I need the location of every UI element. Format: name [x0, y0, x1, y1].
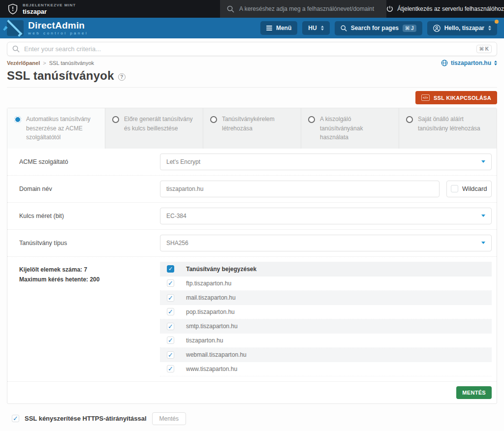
radio-selected-icon: [14, 116, 21, 123]
globe-icon: [441, 60, 448, 66]
switch-user-label: Átjelentkezés az serverlu felhasználóhoz: [397, 5, 504, 12]
session-text: BEJELENTKEZVE MINT tiszapar: [23, 3, 76, 15]
table-row[interactable]: ✓ mail.tiszaparton.hu: [160, 291, 492, 305]
chevron-icon: [5, 20, 22, 37]
entry-checkbox[interactable]: ✓: [167, 337, 174, 344]
disable-ssl-button[interactable]: </> SSL KIKAPCSOLÁSA: [415, 91, 497, 104]
switch-user-button[interactable]: Átjelentkezés az serverlu felhasználóhoz: [386, 0, 504, 18]
search-icon: [227, 5, 234, 13]
check-icon: ✓: [168, 352, 173, 358]
hamburger-icon: [266, 26, 272, 31]
title-row: SSL tanúsítványok ?: [7, 69, 497, 83]
global-search-shortcut: ⌘ K: [476, 45, 492, 53]
check-icon: ✓: [168, 295, 173, 301]
entry-checkbox[interactable]: ✓: [167, 294, 174, 302]
global-search-bar: ⌘ K: [7, 42, 497, 56]
acme-provider-select[interactable]: Let's Encrypt: [160, 154, 492, 170]
global-search-input[interactable]: [24, 45, 472, 53]
domain-selector[interactable]: tiszaparton.hu: [441, 60, 497, 66]
breadcrumb-row: Vezérlőpanel > SSL tanúsítványok tiszapa…: [7, 60, 497, 66]
entries-header-label: Tanúsítvány bejegyzések: [186, 266, 256, 273]
header-actions: Menü HU Search for pages ⌘ J Hello, tisz…: [260, 21, 497, 35]
max-requests: Maximum kérés hetente: 200: [19, 275, 160, 284]
breadcrumb-current: SSL tanúsítványok: [49, 60, 94, 66]
cert-type-row: Tanúsítvány típus SHA256: [7, 230, 497, 257]
selection-stats: Kijelölt elemek száma: 7 Maximum kérés h…: [12, 262, 160, 285]
acme-provider-row: ACME szolgáltató Let's Encrypt: [7, 149, 497, 176]
code-window-icon: </>: [421, 94, 430, 101]
language-selector[interactable]: HU: [302, 21, 329, 35]
user-search-box[interactable]: A kereséshez adja meg a felhasználónevet…: [220, 0, 386, 18]
domain-row: Domain név Wildcard: [7, 176, 497, 203]
breadcrumb-home-link[interactable]: Vezérlőpanel: [7, 60, 40, 66]
tab-paste-cert[interactable]: Előre generált tanúsítvány és kulcs beil…: [105, 108, 203, 149]
wildcard-checkbox[interactable]: [451, 185, 458, 192]
page-title: SSL tanúsítványok: [7, 69, 114, 83]
user-icon: [433, 25, 441, 32]
chevron-updown-icon: [321, 26, 324, 31]
caret-down-icon: [481, 242, 485, 244]
search-icon: [341, 25, 347, 31]
tab-server-cert[interactable]: A kiszolgáló tanúsítványának használata: [301, 108, 399, 149]
force-ssl-row: ✓ SSL kényszerítése HTTPS-átirányítással…: [12, 412, 497, 425]
user-menu-button[interactable]: Hello, tiszapar: [427, 21, 497, 35]
menu-button[interactable]: Menü: [260, 21, 297, 35]
tab-acme-auto[interactable]: Automatikus tanúsítvány beszerzése az AC…: [7, 108, 105, 149]
brand-subtitle: web control panel: [28, 31, 88, 35]
check-icon: ✓: [168, 280, 173, 286]
entry-checkbox[interactable]: ✓: [167, 365, 174, 372]
check-icon: ✓: [168, 366, 173, 372]
entry-checkbox[interactable]: ✓: [167, 279, 174, 287]
chevron-updown-icon: [494, 61, 497, 65]
acme-provider-label: ACME szolgáltató: [12, 158, 160, 165]
page-actions-row: </> SSL KIKAPCSOLÁSA: [7, 91, 497, 104]
session-username: tiszapar: [23, 8, 76, 15]
brand-text: DirectAdmin web control panel: [28, 21, 88, 35]
ssl-settings-card: Automatikus tanúsítvány beszerzése az AC…: [7, 108, 497, 404]
page-content: ⌘ K Vezérlőpanel > SSL tanúsítványok tis…: [0, 42, 504, 431]
table-row[interactable]: ✓ tiszaparton.hu: [160, 334, 492, 348]
certificate-entries-table: ✓ Tanúsítvány bejegyzések ✓ ftp.tiszapar…: [160, 262, 492, 376]
page-search-button[interactable]: Search for pages ⌘ J: [335, 21, 422, 35]
save-button[interactable]: MENTÉS: [456, 386, 492, 399]
entry-checkbox[interactable]: ✓: [167, 351, 174, 359]
cert-type-select[interactable]: SHA256: [160, 235, 492, 251]
table-row[interactable]: ✓ www.tiszaparton.hu: [160, 362, 492, 376]
radio-icon: [406, 116, 413, 123]
entry-checkbox[interactable]: ✓: [167, 308, 174, 315]
select-all-checkbox[interactable]: ✓: [167, 265, 174, 273]
check-icon: ✓: [168, 323, 173, 330]
search-icon: [12, 45, 20, 53]
key-size-select[interactable]: EC-384: [160, 208, 492, 224]
language-value: HU: [308, 25, 316, 31]
domain-input[interactable]: [160, 181, 440, 197]
menu-label: Menü: [276, 25, 291, 31]
user-search-placeholder: A kereséshez adja meg a felhasználónevet…: [239, 5, 374, 12]
tab-create-csr[interactable]: Tanúsítványkérelem létrehozása: [203, 108, 301, 149]
tab-label: A kiszolgáló tanúsítványának használata: [320, 115, 392, 142]
help-icon[interactable]: ?: [118, 73, 126, 81]
force-ssl-label: SSL kényszerítése HTTPS-átirányítással: [25, 415, 147, 422]
disable-ssl-label: SSL KIKAPCSOLÁSA: [434, 95, 491, 101]
session-info: BEJELENTKEZVE MINT tiszapar: [0, 0, 220, 18]
table-row[interactable]: ✓ webmail.tiszaparton.hu: [160, 348, 492, 362]
brand-logo[interactable]: DirectAdmin web control panel: [7, 20, 88, 36]
entry-domain: smtp.tiszaparton.hu: [186, 323, 238, 330]
page-search-label: Search for pages: [351, 25, 399, 31]
tab-self-signed[interactable]: Saját önálló aláírt tanúsítvány létrehoz…: [399, 108, 497, 149]
table-row[interactable]: ✓ pop.tiszaparton.hu: [160, 305, 492, 319]
check-icon: ✓: [168, 337, 173, 343]
force-ssl-checkbox[interactable]: ✓: [12, 415, 19, 422]
entry-checkbox[interactable]: ✓: [167, 323, 174, 330]
cert-type-label: Tanúsítvány típus: [12, 240, 160, 246]
table-row[interactable]: ✓ ftp.tiszaparton.hu: [160, 277, 492, 291]
chevron-updown-icon: [488, 26, 491, 31]
wildcard-toggle[interactable]: Wildcard: [446, 181, 492, 197]
entry-domain: tiszaparton.hu: [186, 337, 223, 344]
logged-in-as-label: BEJELENTKEZVE MINT: [23, 3, 76, 7]
radio-icon: [210, 116, 217, 123]
table-row[interactable]: ✓ smtp.tiszaparton.hu: [160, 319, 492, 334]
brand-name: DirectAdmin: [28, 21, 88, 30]
entry-domain: webmail.tiszaparton.hu: [186, 351, 247, 358]
force-ssl-save-button[interactable]: Mentés: [152, 412, 186, 425]
